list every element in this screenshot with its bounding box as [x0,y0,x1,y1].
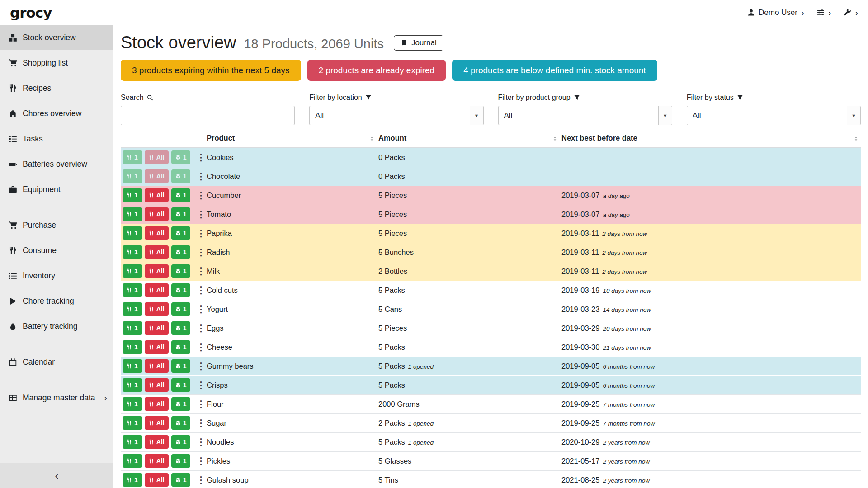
sidebar-item-equipment[interactable]: Equipment [0,177,113,202]
consume-one-button[interactable]: 1 [123,454,142,468]
consume-all-button[interactable]: All [145,207,169,221]
consume-one-button[interactable]: 1 [123,150,142,164]
row-menu-button[interactable]: ⋮ [196,190,205,201]
row-menu-button[interactable]: ⋮ [196,399,205,409]
sidebar-item-chores-overview[interactable]: Chores overview [0,101,113,126]
consume-all-button[interactable]: All [145,150,169,164]
row-menu-button[interactable]: ⋮ [196,304,205,314]
consume-one-button[interactable]: 1 [123,340,142,354]
consume-one-button[interactable]: 1 [123,359,142,373]
sidebar-item-stock-overview[interactable]: Stock overview [0,25,113,50]
open-one-button[interactable]: 1 [171,226,191,240]
open-one-button[interactable]: 1 [171,397,191,411]
open-one-button[interactable]: 1 [171,416,191,430]
consume-all-button[interactable]: All [145,340,169,354]
consume-all-button[interactable]: All [145,283,169,297]
consume-one-button[interactable]: 1 [123,473,142,487]
consume-all-button[interactable]: All [145,321,169,335]
consume-one-button[interactable]: 1 [123,188,142,202]
consume-all-button[interactable]: All [145,378,169,392]
consume-one-button[interactable]: 1 [123,207,142,221]
collapse-sidebar-button[interactable]: ‹ [0,463,113,488]
sidebar-item-consume[interactable]: Consume [0,238,113,263]
product-group-select[interactable]: All [498,106,672,125]
consume-all-button[interactable]: All [145,302,169,316]
amount-column-header[interactable]: Amount [377,130,560,148]
consume-all-button[interactable]: All [145,454,169,468]
alert-below-min-stock[interactable]: 4 products are below defined min. stock … [452,60,657,81]
open-one-button[interactable]: 1 [171,321,191,335]
sidebar-item-inventory[interactable]: Inventory [0,263,113,288]
user-menu[interactable]: Demo User › [747,8,804,17]
row-menu-button[interactable]: ⋮ [196,418,205,428]
journal-button[interactable]: Journal [394,35,443,51]
product-column-header[interactable]: Product [205,130,377,148]
row-menu-button[interactable]: ⋮ [196,455,205,466]
consume-all-button[interactable]: All [145,416,169,430]
consume-one-button[interactable]: 1 [123,169,142,183]
consume-one-button[interactable]: 1 [123,435,142,449]
best-before-column-header[interactable]: Next best before date [560,130,861,148]
consume-all-button[interactable]: All [145,226,169,240]
alert-expiring-products[interactable]: 3 products expiring within the next 5 da… [121,60,301,81]
open-one-button[interactable]: 1 [171,169,191,183]
open-one-button[interactable]: 1 [171,264,191,278]
sidebar-item-manage-master-data[interactable]: Manage master data› [0,385,113,410]
row-menu-button[interactable]: ⋮ [196,380,205,390]
consume-all-button[interactable]: All [145,169,169,183]
open-one-button[interactable]: 1 [171,340,191,354]
sidebar-item-purchase[interactable]: Purchase [0,212,113,238]
open-one-button[interactable]: 1 [171,359,191,373]
consume-one-button[interactable]: 1 [123,321,142,335]
row-menu-button[interactable]: ⋮ [196,209,205,220]
open-one-button[interactable]: 1 [171,378,191,392]
consume-all-button[interactable]: All [145,435,169,449]
admin-menu[interactable]: › [844,8,858,17]
consume-one-button[interactable]: 1 [123,397,142,411]
row-menu-button[interactable]: ⋮ [196,152,205,163]
row-menu-button[interactable]: ⋮ [196,247,205,258]
open-one-button[interactable]: 1 [171,302,191,316]
row-menu-button[interactable]: ⋮ [196,361,205,371]
sidebar-item-shopping-list[interactable]: Shopping list [0,50,113,75]
consume-all-button[interactable]: All [145,264,169,278]
sidebar-item-recipes[interactable]: Recipes [0,75,113,101]
settings-menu[interactable]: › [817,8,831,17]
consume-one-button[interactable]: 1 [123,226,142,240]
consume-one-button[interactable]: 1 [123,302,142,316]
open-one-button[interactable]: 1 [171,454,191,468]
row-menu-button[interactable]: ⋮ [196,323,205,333]
consume-all-button[interactable]: All [145,245,169,259]
row-menu-button[interactable]: ⋮ [196,474,205,485]
open-one-button[interactable]: 1 [171,188,191,202]
consume-one-button[interactable]: 1 [123,264,142,278]
consume-one-button[interactable]: 1 [123,416,142,430]
search-input[interactable] [121,106,295,125]
consume-one-button[interactable]: 1 [123,283,142,297]
open-one-button[interactable]: 1 [171,150,191,164]
sidebar-item-batteries-overview[interactable]: Batteries overview [0,151,113,177]
app-logo[interactable]: grocy [10,5,52,21]
sidebar-item-battery-tracking[interactable]: Battery tracking [0,314,113,339]
row-menu-button[interactable]: ⋮ [196,228,205,239]
row-menu-button[interactable]: ⋮ [196,266,205,277]
consume-all-button[interactable]: All [145,188,169,202]
sidebar-item-calendar[interactable]: Calendar [0,349,113,375]
consume-all-button[interactable]: All [145,397,169,411]
location-select[interactable]: All [309,106,483,125]
row-menu-button[interactable]: ⋮ [196,342,205,352]
open-one-button[interactable]: 1 [171,283,191,297]
row-menu-button[interactable]: ⋮ [196,285,205,296]
alert-expired-products[interactable]: 2 products are already expired [307,60,446,81]
open-one-button[interactable]: 1 [171,245,191,259]
open-one-button[interactable]: 1 [171,207,191,221]
sidebar-item-chore-tracking[interactable]: Chore tracking [0,288,113,314]
status-select[interactable]: All [687,106,861,125]
sidebar-item-tasks[interactable]: Tasks [0,126,113,151]
open-one-button[interactable]: 1 [171,435,191,449]
row-menu-button[interactable]: ⋮ [196,436,205,447]
open-one-button[interactable]: 1 [171,473,191,487]
consume-one-button[interactable]: 1 [123,245,142,259]
consume-all-button[interactable]: All [145,359,169,373]
consume-all-button[interactable]: All [145,473,169,487]
